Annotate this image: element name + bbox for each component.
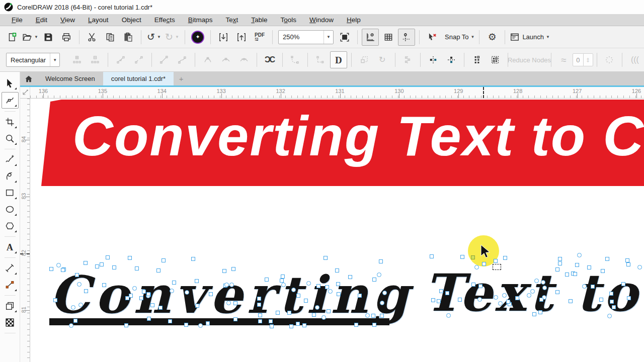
selection-mode-combobox[interactable]: Rectangular▼ xyxy=(6,53,60,67)
curve-node[interactable] xyxy=(539,298,543,302)
curve-node[interactable] xyxy=(289,324,293,328)
curve-node[interactable] xyxy=(336,282,340,286)
rectangle-tool[interactable] xyxy=(2,185,18,201)
curve-node[interactable] xyxy=(296,294,300,298)
curve-node[interactable] xyxy=(335,268,339,273)
reflect-nodes-vertical-button[interactable] xyxy=(443,51,460,68)
curve-node[interactable] xyxy=(625,258,629,262)
curve-node[interactable] xyxy=(168,319,172,323)
curve-node[interactable] xyxy=(591,285,595,289)
curve-node[interactable] xyxy=(506,300,510,304)
tab-corel-tutorial-1-cdr-[interactable]: corel tutorial 1.cdr* xyxy=(103,72,174,85)
vertical-ruler[interactable]: 84838281 xyxy=(20,99,30,362)
banner-artwork[interactable]: Converting Text to C xyxy=(41,100,644,186)
transparency-tool[interactable] xyxy=(2,315,18,330)
curve-node[interactable] xyxy=(269,319,273,323)
curve-node[interactable] xyxy=(380,314,384,318)
curve-node[interactable] xyxy=(257,303,261,307)
curve-node[interactable] xyxy=(162,258,166,262)
curve-node[interactable] xyxy=(172,281,176,285)
curve-node[interactable] xyxy=(73,319,77,323)
artistic-media-tool[interactable] xyxy=(2,168,18,184)
paste-button[interactable] xyxy=(120,29,137,46)
menu-object[interactable]: Object xyxy=(115,15,148,25)
elastic-mode-button[interactable] xyxy=(468,51,486,68)
curve-node[interactable] xyxy=(124,323,128,327)
menu-tools[interactable]: Tools xyxy=(274,15,303,25)
curve-node[interactable] xyxy=(575,263,579,267)
curve-node[interactable] xyxy=(494,259,498,263)
horizontal-ruler[interactable]: 136135134133132131130129128127126 xyxy=(30,87,644,99)
curve-node[interactable] xyxy=(430,254,434,258)
close-curve-button[interactable]: D xyxy=(330,51,347,68)
cut-button[interactable] xyxy=(84,29,101,46)
options-button[interactable]: ⚙ xyxy=(484,29,501,46)
zoom-tool[interactable] xyxy=(2,131,18,146)
curve-node[interactable] xyxy=(304,299,308,303)
home-tab-button[interactable] xyxy=(20,72,37,85)
curve-node[interactable] xyxy=(324,256,328,260)
menu-effects[interactable]: Effects xyxy=(148,15,182,25)
curve-node[interactable] xyxy=(112,265,116,269)
curve-node[interactable] xyxy=(209,292,213,296)
open-button[interactable]: ▼ xyxy=(22,29,39,46)
curve-node[interactable] xyxy=(382,291,387,295)
curve-node[interactable] xyxy=(281,275,285,279)
menu-bitmaps[interactable]: Bitmaps xyxy=(182,15,219,25)
curve-node[interactable] xyxy=(191,257,195,261)
curve-node[interactable] xyxy=(437,299,441,303)
curve-node[interactable] xyxy=(439,289,443,293)
curve-node[interactable] xyxy=(198,323,203,328)
curve-node[interactable] xyxy=(185,290,189,295)
curve-node[interactable] xyxy=(555,267,559,272)
reflect-nodes-horizontal-button[interactable] xyxy=(425,51,442,68)
curve-node[interactable] xyxy=(287,311,291,315)
menu-table[interactable]: Table xyxy=(245,15,274,25)
curve-node[interactable] xyxy=(128,256,132,260)
curve-node[interactable] xyxy=(229,283,234,287)
curve-node[interactable] xyxy=(56,263,61,267)
curve-node[interactable] xyxy=(498,301,503,306)
undo-button[interactable]: ↺▼ xyxy=(145,29,163,46)
curve-node[interactable] xyxy=(69,323,73,328)
curve-node[interactable] xyxy=(380,301,384,305)
curve-node[interactable] xyxy=(280,279,284,283)
curve-node[interactable] xyxy=(328,289,333,294)
curve-node[interactable] xyxy=(258,319,262,323)
curve-node[interactable] xyxy=(139,296,143,300)
curve-node[interactable] xyxy=(132,286,137,291)
curve-node[interactable] xyxy=(258,313,262,317)
curve-node[interactable] xyxy=(84,261,88,265)
curve-node[interactable] xyxy=(609,292,613,296)
curve-node[interactable] xyxy=(222,269,226,273)
curve-node[interactable] xyxy=(607,314,612,318)
curve-node[interactable] xyxy=(325,285,329,289)
curve-node[interactable] xyxy=(49,267,53,271)
curve-node[interactable] xyxy=(534,279,539,283)
curve-node[interactable] xyxy=(445,291,449,295)
curve-node[interactable] xyxy=(503,256,507,260)
curve-node[interactable] xyxy=(102,283,106,287)
curve-node[interactable] xyxy=(150,303,154,307)
curve-node[interactable] xyxy=(358,294,362,298)
curve-smoothness-input[interactable]: 0‡ xyxy=(573,53,593,66)
curve-node[interactable] xyxy=(371,314,375,318)
curve-node[interactable] xyxy=(621,282,625,286)
shape-tool[interactable] xyxy=(2,92,19,109)
crop-tool[interactable] xyxy=(2,114,18,130)
curve-node[interactable] xyxy=(77,282,82,287)
curve-node[interactable] xyxy=(637,265,642,269)
curve-node[interactable] xyxy=(312,313,316,317)
curve-node[interactable] xyxy=(106,255,110,259)
curve-node[interactable] xyxy=(577,253,582,257)
curve-node[interactable] xyxy=(599,298,603,302)
tab-welcome-screen[interactable]: Welcome Screen xyxy=(37,72,103,85)
select-all-nodes-button[interactable] xyxy=(487,51,504,68)
menu-layout[interactable]: Layout xyxy=(82,15,115,25)
curve-node[interactable] xyxy=(460,255,464,259)
curve-node[interactable] xyxy=(601,269,605,273)
curve-node[interactable] xyxy=(610,300,614,304)
menu-text[interactable]: Text xyxy=(219,15,245,25)
curve-node[interactable] xyxy=(565,273,569,277)
menu-edit[interactable]: Edit xyxy=(29,15,54,25)
